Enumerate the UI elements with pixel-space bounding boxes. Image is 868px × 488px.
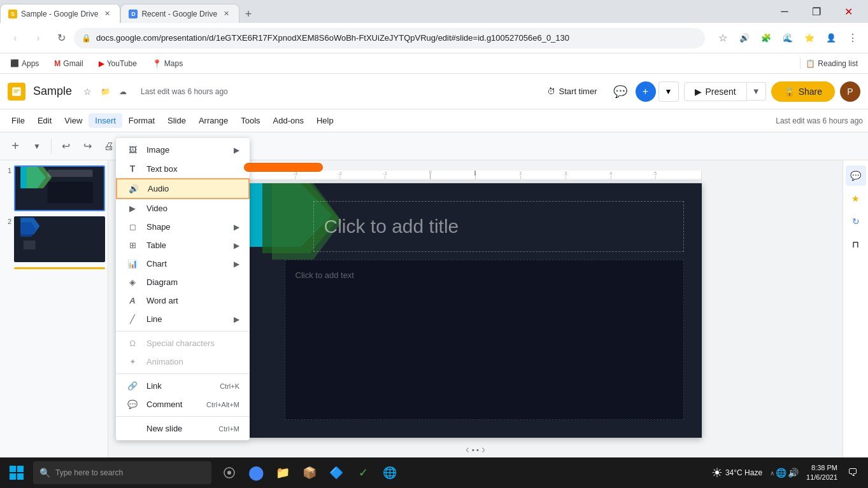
slide-content-box[interactable]: Click to add text: [285, 260, 684, 420]
bookmark-gmail[interactable]: M Gmail: [49, 58, 88, 69]
bookmark-apps[interactable]: ⬛ Apps: [5, 58, 44, 69]
image-menu-arrow: ▶: [234, 146, 239, 155]
chart-menu-label: Chart: [146, 259, 226, 268]
svg-rect-37: [10, 473, 16, 480]
weather-widget[interactable]: ☀ 34°C Haze: [706, 465, 767, 480]
extensions-button[interactable]: 🧩: [756, 28, 776, 48]
collections-button[interactable]: ⭐: [799, 28, 820, 48]
start-button[interactable]: [3, 459, 31, 487]
settings-button[interactable]: ⋮: [843, 28, 863, 48]
slide-thumb-row-2: 2: [3, 216, 105, 262]
menu-insert[interactable]: Insert: [89, 113, 122, 128]
menu-item-new-slide[interactable]: New slide Ctrl+M: [116, 419, 250, 438]
slide-thumbnail-1[interactable]: [14, 165, 105, 211]
new-tab-button[interactable]: +: [239, 5, 257, 23]
menu-item-video[interactable]: ▶ Video: [116, 199, 250, 218]
slide-number-2: 2: [3, 216, 11, 225]
taskbar-file-explorer[interactable]: 📁: [270, 459, 295, 487]
menu-item-link[interactable]: 🔗 Link Ctrl+K: [116, 377, 250, 395]
speaker-icon[interactable]: 🔊: [788, 468, 799, 478]
menu-help[interactable]: Help: [310, 113, 340, 128]
address-bar[interactable]: 🔒 docs.google.com/presentation/d/1eGTXE6…: [74, 28, 705, 48]
menu-view[interactable]: View: [58, 113, 89, 128]
menu-arrange[interactable]: Arrange: [192, 113, 234, 128]
slide-next-arrow[interactable]: ›: [481, 443, 485, 456]
edge-icon-button[interactable]: 🌊: [778, 28, 798, 48]
reading-list-button[interactable]: 📋 Reading list: [800, 58, 863, 69]
toolbar-redo-button[interactable]: ↪: [77, 136, 97, 157]
right-sidebar-star-button[interactable]: ★: [846, 188, 866, 209]
slide-thumbnail-2[interactable]: [14, 216, 105, 262]
present-button[interactable]: ▶ Present: [684, 82, 747, 101]
maps-label: Maps: [164, 59, 183, 68]
network-icon[interactable]: 🌐: [776, 468, 786, 478]
slide-title-box[interactable]: Click to add title: [313, 201, 684, 252]
taskbar-clock[interactable]: 8:38 PM 11/6/2021: [801, 463, 843, 483]
menu-item-line[interactable]: ╱ Line ▶: [116, 310, 250, 328]
svg-rect-38: [17, 473, 24, 480]
tab-close-recent[interactable]: ✕: [221, 9, 231, 19]
slide-prev-arrow[interactable]: ‹: [466, 443, 469, 456]
share-button[interactable]: 🔒 Share: [771, 81, 835, 102]
star-title-button[interactable]: ☆: [80, 84, 95, 99]
tab-label-recent: Recent - Google Drive: [141, 10, 217, 18]
menu-slide[interactable]: Slide: [161, 113, 192, 128]
menu-item-textbox[interactable]: T Text box: [116, 159, 250, 178]
cloud-save-button[interactable]: ☁: [115, 84, 131, 99]
comment-button[interactable]: 💬: [610, 81, 630, 102]
taskbar-app7[interactable]: 🌐: [377, 459, 402, 487]
taskbar-app5[interactable]: 🔷: [324, 459, 349, 487]
close-button[interactable]: ✕: [834, 0, 863, 23]
menu-file[interactable]: File: [5, 113, 31, 128]
tab-recent[interactable]: D Recent - Google Drive ✕: [120, 4, 239, 23]
right-sidebar-sync-button[interactable]: ↻: [846, 211, 866, 232]
taskbar-search[interactable]: 🔍 Type here to search: [33, 461, 211, 484]
line-menu-arrow: ▶: [234, 315, 239, 324]
tab-close-sample[interactable]: ✕: [102, 9, 112, 19]
menu-edit[interactable]: Edit: [31, 113, 58, 128]
minimize-button[interactable]: ─: [770, 0, 799, 23]
restore-button[interactable]: ❐: [802, 0, 831, 23]
taskbar-app4[interactable]: 📦: [297, 459, 322, 487]
menu-item-chart[interactable]: 📊 Chart ▶: [116, 254, 250, 273]
back-button[interactable]: ‹: [5, 28, 25, 48]
taskbar-app6[interactable]: ✓: [350, 459, 376, 487]
menu-item-word-art[interactable]: A Word art: [116, 291, 250, 310]
reload-button[interactable]: ↻: [51, 28, 71, 48]
menu-item-diagram[interactable]: ◈ Diagram: [116, 273, 250, 291]
bookmark-star-button[interactable]: ☆: [713, 28, 733, 48]
chart-menu-arrow: ▶: [234, 260, 239, 268]
read-aloud-button[interactable]: 🔊: [734, 28, 755, 48]
toolbar-add-dropdown[interactable]: ▼: [27, 136, 47, 157]
favorites-button[interactable]: 👤: [821, 28, 841, 48]
slideshow-dropdown-button[interactable]: ▼: [658, 81, 679, 102]
move-to-button[interactable]: 📁: [97, 84, 113, 99]
sys-tray-expand-button[interactable]: ∧: [770, 470, 774, 477]
forward-button[interactable]: ›: [28, 28, 48, 48]
bookmark-maps[interactable]: 📍 Maps: [147, 58, 188, 69]
slide-thumb-row-1: 1: [3, 165, 105, 211]
right-sidebar-chat-button[interactable]: 💬: [846, 165, 866, 186]
toolbar-undo-button[interactable]: ↩: [55, 136, 76, 157]
menu-tools[interactable]: Tools: [234, 113, 266, 128]
menu-item-audio[interactable]: 🔊 Audio: [116, 178, 250, 199]
menu-item-shape[interactable]: ◻ Shape ▶: [116, 218, 250, 236]
tab-sample[interactable]: S Sample - Google Drive ✕: [0, 4, 120, 23]
right-sidebar-collapse-button[interactable]: ⊓: [846, 234, 866, 254]
bookmark-youtube[interactable]: ▶ YouTube: [94, 58, 142, 69]
user-avatar[interactable]: P: [840, 81, 860, 102]
menu-item-table[interactable]: ⊞ Table ▶: [116, 236, 250, 254]
menu-addons[interactable]: Add-ons: [267, 113, 310, 128]
menu-format[interactable]: Format: [122, 113, 161, 128]
toolbar-add-button[interactable]: +: [5, 136, 25, 157]
start-timer-button[interactable]: ⏱ Start timer: [539, 83, 605, 100]
menu-item-comment[interactable]: 💬 Comment Ctrl+Alt+M: [116, 395, 250, 414]
maps-icon: 📍: [152, 59, 162, 68]
notification-button[interactable]: 🗨: [845, 467, 860, 478]
present-dropdown-button[interactable]: ▼: [747, 82, 766, 101]
taskbar-task-view[interactable]: [217, 459, 242, 487]
add-slide-button[interactable]: +: [636, 81, 656, 102]
menu-item-image[interactable]: 🖼 Image ▶: [116, 141, 250, 159]
taskbar-chrome[interactable]: ⬤: [243, 459, 269, 487]
right-sidebar: 💬 ★ ↻ ⊓: [843, 160, 868, 457]
